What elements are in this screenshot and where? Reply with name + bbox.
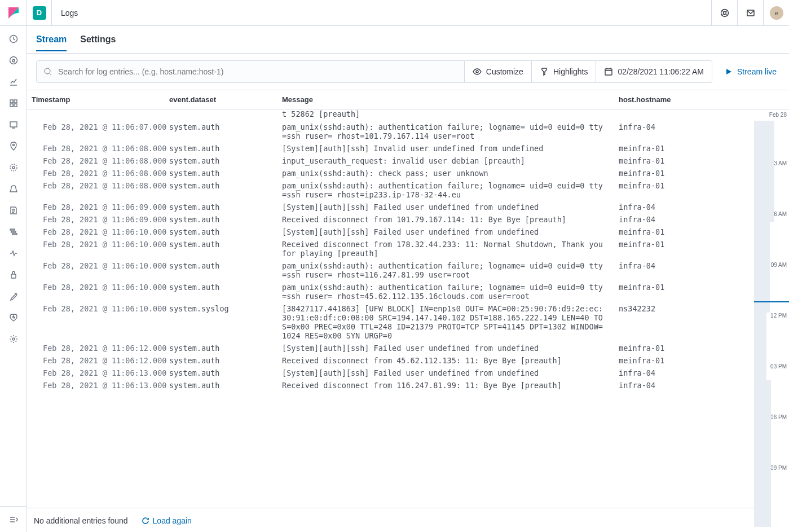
log-dataset: system.auth bbox=[169, 156, 282, 165]
log-row[interactable]: Feb 28, 2021 @ 11:06:10.000system.authpa… bbox=[27, 281, 754, 302]
col-timestamp: Timestamp bbox=[27, 95, 169, 104]
nav-logs-icon[interactable] bbox=[0, 200, 27, 221]
nav-canvas-icon[interactable] bbox=[0, 114, 27, 135]
log-rows-container[interactable]: t 52862 [preauth]Feb 28, 2021 @ 11:06:07… bbox=[27, 109, 754, 508]
svg-point-1 bbox=[10, 57, 17, 64]
col-message: Message bbox=[282, 95, 619, 104]
log-dataset: system.auth bbox=[169, 261, 282, 279]
eye-icon bbox=[473, 67, 482, 76]
nav-rail bbox=[0, 0, 27, 532]
log-timestamp: Feb 28, 2021 @ 11:06:10.000 bbox=[27, 261, 169, 279]
svg-rect-2 bbox=[10, 100, 13, 103]
svg-rect-20 bbox=[605, 69, 612, 75]
minimap-tick: 03 PM bbox=[770, 363, 787, 370]
log-row[interactable]: Feb 28, 2021 @ 11:06:09.000system.auth[S… bbox=[27, 201, 754, 213]
search-field-wrap[interactable] bbox=[36, 60, 465, 83]
customize-button[interactable]: Customize bbox=[465, 60, 532, 83]
nav-visualize-icon[interactable] bbox=[0, 71, 27, 93]
space-selector[interactable]: D bbox=[27, 0, 52, 26]
minimap[interactable]: Feb 28 03 AM06 AM09 AM12 PM03 PM06 PM09 … bbox=[754, 109, 789, 532]
nav-discover-icon[interactable] bbox=[0, 50, 27, 71]
log-host: meinfra-01 bbox=[619, 240, 754, 258]
log-row[interactable]: Feb 28, 2021 @ 11:06:10.000system.authRe… bbox=[27, 238, 754, 260]
log-dataset: system.auth bbox=[169, 144, 282, 153]
log-message: [38427117.441863] [UFW BLOCK] IN=enp1s0 … bbox=[282, 304, 619, 340]
log-row[interactable]: Feb 28, 2021 @ 11:06:10.000system.authpa… bbox=[27, 260, 754, 281]
log-timestamp: Feb 28, 2021 @ 11:06:08.000 bbox=[27, 181, 169, 199]
page-title: Logs bbox=[52, 8, 87, 17]
log-row[interactable]: Feb 28, 2021 @ 11:06:13.000system.authRe… bbox=[27, 379, 754, 392]
nav-ml-icon[interactable] bbox=[0, 157, 27, 178]
newsfeed-icon[interactable] bbox=[737, 0, 763, 26]
log-timestamp: Feb 28, 2021 @ 11:06:12.000 bbox=[27, 344, 169, 353]
log-row[interactable]: Feb 28, 2021 @ 11:06:08.000system.auth[S… bbox=[27, 142, 754, 155]
nav-recent-icon[interactable] bbox=[0, 28, 27, 50]
user-avatar[interactable]: e bbox=[763, 0, 789, 26]
search-icon bbox=[43, 67, 52, 76]
tab-settings[interactable]: Settings bbox=[80, 28, 116, 51]
search-input[interactable] bbox=[58, 67, 457, 76]
nav-monitor-icon[interactable] bbox=[0, 307, 27, 328]
tab-stream[interactable]: Stream bbox=[36, 28, 67, 51]
minimap-tick: 09 PM bbox=[770, 465, 787, 471]
footer-status: No additional entries found bbox=[34, 516, 128, 525]
help-icon[interactable] bbox=[711, 0, 737, 26]
space-letter: D bbox=[37, 8, 42, 17]
log-dataset: system.auth bbox=[169, 381, 282, 390]
log-row[interactable]: Feb 28, 2021 @ 11:06:09.000system.authRe… bbox=[27, 213, 754, 226]
svg-point-7 bbox=[12, 144, 14, 146]
log-row[interactable]: Feb 28, 2021 @ 11:06:08.000system.authpa… bbox=[27, 167, 754, 179]
log-row[interactable]: Feb 28, 2021 @ 11:06:13.000system.auth[S… bbox=[27, 367, 754, 379]
log-dataset: system.auth bbox=[169, 122, 282, 140]
log-row[interactable]: Feb 28, 2021 @ 11:06:12.000system.authRe… bbox=[27, 354, 754, 367]
highlights-button[interactable]: Highlights bbox=[532, 60, 596, 83]
log-timestamp: Feb 28, 2021 @ 11:06:08.000 bbox=[27, 169, 169, 178]
nav-devtools-icon[interactable] bbox=[0, 285, 27, 307]
log-host: meinfra-01 bbox=[619, 181, 754, 199]
stream-live-button[interactable]: Stream live bbox=[721, 67, 780, 76]
nav-security-icon[interactable] bbox=[0, 264, 27, 285]
log-dataset: system.auth bbox=[169, 181, 282, 199]
nav-apm-icon[interactable] bbox=[0, 221, 27, 243]
log-timestamp: Feb 28, 2021 @ 11:06:10.000 bbox=[27, 227, 169, 236]
log-message: t 52862 [preauth] bbox=[282, 109, 619, 118]
load-again-link[interactable]: Load again bbox=[142, 516, 192, 525]
log-host: infra-04 bbox=[619, 215, 754, 224]
log-host: meinfra-01 bbox=[619, 169, 754, 178]
log-timestamp: Feb 28, 2021 @ 11:06:09.000 bbox=[27, 203, 169, 212]
log-row[interactable]: Feb 28, 2021 @ 11:06:08.000system.authin… bbox=[27, 155, 754, 167]
nav-maps-icon[interactable] bbox=[0, 135, 27, 157]
nav-collapse-icon[interactable] bbox=[0, 506, 27, 532]
log-message: [System][auth][ssh] Invalid user undefin… bbox=[282, 144, 619, 153]
log-row[interactable]: Feb 28, 2021 @ 11:06:12.000system.auth[S… bbox=[27, 342, 754, 354]
svg-point-14 bbox=[12, 338, 15, 340]
log-dataset: system.auth bbox=[169, 203, 282, 212]
svg-rect-17 bbox=[747, 10, 754, 16]
tabs: Stream Settings bbox=[27, 26, 789, 53]
calendar-icon bbox=[604, 67, 613, 76]
log-message: pam_unix(sshd:auth): authentication fail… bbox=[282, 181, 619, 199]
log-host: infra-04 bbox=[619, 203, 754, 212]
nav-uptime-icon[interactable] bbox=[0, 243, 27, 264]
log-row[interactable]: Feb 28, 2021 @ 11:06:08.000system.authpa… bbox=[27, 179, 754, 201]
log-message: Received disconnect from 116.247.81.99: … bbox=[282, 381, 619, 390]
svg-rect-10 bbox=[10, 229, 15, 230]
nav-management-icon[interactable] bbox=[0, 328, 27, 350]
log-timestamp: Feb 28, 2021 @ 11:06:08.000 bbox=[27, 156, 169, 165]
datepicker-button[interactable]: 02/28/2021 11:06:22 AM bbox=[596, 60, 712, 83]
kibana-logo[interactable] bbox=[0, 0, 27, 26]
log-dataset: system.auth bbox=[169, 368, 282, 377]
svg-rect-5 bbox=[14, 104, 17, 107]
toolbar: Customize Highlights 02/28/2021 11:06:22… bbox=[27, 54, 789, 90]
log-message: pam_unix(sshd:auth): authentication fail… bbox=[282, 261, 619, 279]
log-timestamp: Feb 28, 2021 @ 11:06:07.000 bbox=[27, 122, 169, 140]
col-dataset: event.dataset bbox=[169, 95, 282, 104]
log-row[interactable]: Feb 28, 2021 @ 11:06:10.000system.syslog… bbox=[27, 302, 754, 342]
nav-metrics-icon[interactable] bbox=[0, 178, 27, 200]
log-host: meinfra-01 bbox=[619, 227, 754, 236]
refresh-icon bbox=[142, 517, 149, 525]
log-row[interactable]: Feb 28, 2021 @ 11:06:10.000system.auth[S… bbox=[27, 226, 754, 238]
nav-dashboard-icon[interactable] bbox=[0, 93, 27, 114]
log-message: Received disconnect from 45.62.112.135: … bbox=[282, 356, 619, 365]
log-row[interactable]: Feb 28, 2021 @ 11:06:07.000system.authpa… bbox=[27, 121, 754, 142]
